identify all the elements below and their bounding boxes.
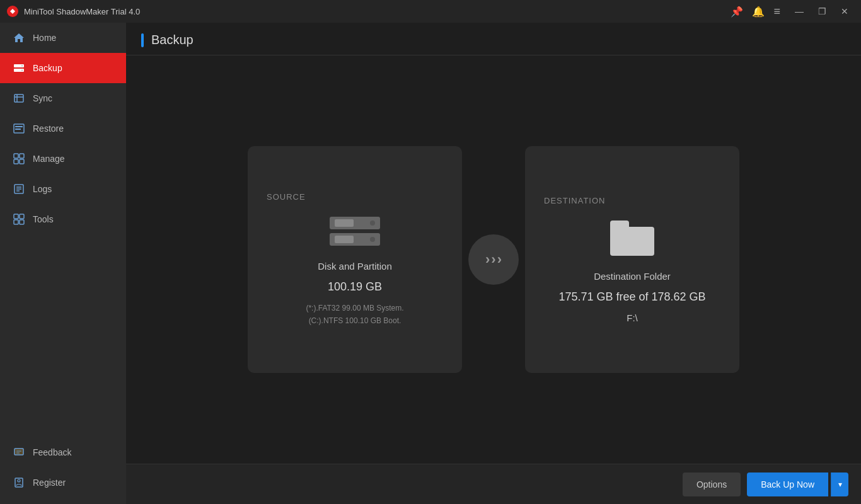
sidebar-label-restore: Restore [33, 123, 64, 134]
sidebar-item-feedback[interactable]: Feedback [0, 437, 126, 467]
app-logo [6, 5, 19, 18]
source-label: SOURCE [267, 192, 306, 202]
chevron-1: › [485, 251, 490, 268]
disk-row-2 [330, 233, 380, 246]
destination-free-text: 175.71 GB free of 178.62 GB [558, 290, 705, 304]
svg-point-4 [21, 70, 23, 71]
destination-label: DESTINATION [544, 196, 605, 205]
folder-body [610, 227, 654, 256]
destination-path: F:\ [627, 312, 638, 323]
titlebar: MiniTool ShadowMaker Trial 4.0 📌 🔔 ≡ — ❐… [0, 0, 861, 23]
destination-icon-area [610, 220, 654, 256]
close-button[interactable]: ✕ [835, 4, 855, 19]
destination-main-text: Destination Folder [594, 271, 671, 282]
sidebar-item-home[interactable]: Home [0, 23, 126, 53]
pin-icon[interactable]: 📌 [731, 6, 743, 18]
svg-rect-20 [20, 214, 24, 219]
svg-rect-9 [15, 126, 23, 127]
restore-icon [13, 122, 25, 135]
svg-point-25 [18, 479, 20, 482]
register-icon [13, 476, 25, 489]
sync-icon [13, 92, 25, 105]
sidebar-label-sync: Sync [33, 93, 52, 103]
folder-icon [610, 220, 654, 256]
svg-rect-5 [14, 94, 23, 102]
sidebar-item-tools[interactable]: Tools [0, 204, 126, 234]
sidebar-label-register: Register [33, 478, 66, 488]
svg-rect-13 [14, 159, 18, 164]
backup-area: SOURCE Disk and Partition 100.19 GB (*:)… [126, 55, 861, 464]
chevron-3: › [497, 251, 502, 268]
sidebar-item-restore[interactable]: Restore [0, 113, 126, 144]
sidebar-item-manage[interactable]: Manage [0, 144, 126, 174]
svg-rect-12 [20, 154, 24, 158]
svg-rect-22 [20, 220, 24, 224]
menu-icon[interactable]: ≡ [773, 5, 780, 18]
disk-icon [330, 217, 380, 246]
svg-point-3 [21, 66, 23, 67]
source-icon-area [330, 217, 380, 246]
bottom-bar: Options Back Up Now ▾ [126, 464, 861, 504]
manage-icon [13, 152, 25, 165]
main-layout: Home Backup Sync [0, 23, 861, 504]
sidebar-label-logs: Logs [33, 184, 52, 194]
sidebar: Home Backup Sync [0, 23, 126, 504]
sidebar-label-tools: Tools [33, 214, 54, 224]
sidebar-item-logs[interactable]: Logs [0, 174, 126, 204]
backup-now-button[interactable]: Back Up Now [747, 472, 828, 496]
backup-icon [13, 62, 25, 74]
backup-now-dropdown[interactable]: ▾ [831, 472, 848, 496]
sidebar-item-sync[interactable]: Sync [0, 83, 126, 113]
source-card[interactable]: SOURCE Disk and Partition 100.19 GB (*:)… [248, 146, 462, 373]
home-icon [13, 32, 25, 44]
destination-card[interactable]: DESTINATION Destination Folder 175.71 GB… [525, 146, 739, 373]
content-area: Backup SOURCE Disk and Partition 100.19 … [126, 23, 861, 504]
svg-rect-21 [14, 220, 18, 224]
page-header: Backup [126, 23, 861, 55]
options-button[interactable]: Options [683, 472, 741, 496]
disk-row-1 [330, 217, 380, 229]
svg-rect-11 [14, 154, 18, 158]
chevron-2: › [491, 251, 495, 268]
minimize-button[interactable]: — [789, 4, 809, 19]
window-controls: — ❐ ✕ [789, 4, 855, 19]
svg-rect-19 [14, 214, 18, 219]
chevrons: › › › [485, 251, 502, 268]
source-sub-text: (*:).FAT32 99.00 MB System. (C:).NTFS 10… [306, 302, 403, 326]
maximize-button[interactable]: ❐ [812, 4, 832, 19]
arrow-connector: › › › [468, 234, 519, 285]
tools-icon [13, 213, 25, 226]
sidebar-label-backup: Backup [33, 63, 62, 73]
sidebar-item-backup[interactable]: Backup [0, 53, 126, 83]
sidebar-item-register[interactable]: Register [0, 467, 126, 498]
sidebar-label-home: Home [33, 33, 56, 43]
page-title: Backup [151, 33, 194, 47]
app-title: MiniTool ShadowMaker Trial 4.0 [24, 7, 731, 16]
svg-rect-10 [15, 129, 21, 130]
title-accent-bar [141, 33, 144, 47]
logs-icon [13, 183, 25, 195]
svg-rect-14 [20, 159, 24, 164]
source-size-text: 100.19 GB [328, 280, 382, 294]
feedback-icon [13, 446, 25, 459]
sidebar-label-feedback: Feedback [33, 447, 71, 457]
sidebar-label-manage: Manage [33, 154, 65, 164]
source-main-text: Disk and Partition [318, 261, 392, 272]
notification-icon[interactable]: 🔔 [752, 6, 765, 18]
svg-rect-23 [14, 449, 23, 455]
